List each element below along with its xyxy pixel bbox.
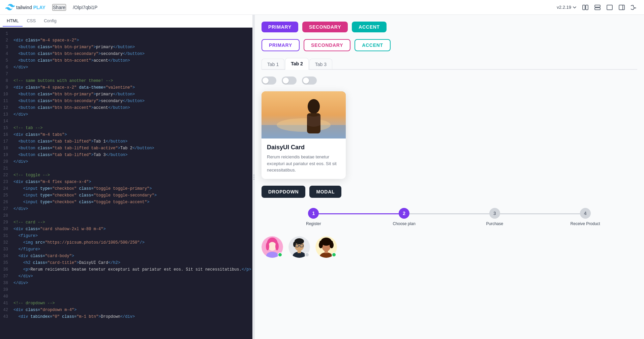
step-1: 1 Register [268, 208, 359, 226]
card-image [262, 91, 346, 138]
btn-outline-secondary[interactable]: SECONDARY [304, 39, 350, 51]
avatar-3-badge [332, 252, 336, 257]
svg-rect-2 [595, 5, 600, 7]
card-image-svg [262, 91, 346, 138]
step-4-label: Receive Product [571, 221, 600, 226]
svg-point-23 [293, 242, 296, 247]
dark-mode-icon[interactable] [629, 3, 639, 12]
logo-icon [5, 3, 15, 12]
toggle-secondary[interactable] [282, 76, 297, 85]
action-buttons-row: DROPDOWN MODAL [262, 186, 637, 198]
step-4: 4 Receive Product [540, 208, 631, 226]
step-3-circle: 3 [489, 208, 500, 219]
toggle-primary[interactable] [262, 76, 276, 85]
code-content[interactable]: <div class="m-4 space-x-2"> <button clas… [11, 28, 252, 339]
svg-point-17 [275, 242, 279, 250]
avatar-1-badge [278, 252, 282, 257]
avatar-2 [288, 236, 310, 258]
svg-point-9 [277, 118, 331, 132]
card-body: DaisyUI Card Rerum reiciendis beatae ten… [262, 138, 346, 179]
svg-point-16 [266, 242, 269, 250]
split-view-icon[interactable] [581, 3, 590, 12]
steps-row: 1 Register 2 Choose plan 3 Purchase 4 Re… [268, 208, 631, 226]
editor-panel: HTML CSS Config 1 2 3 4 5 6 7 8 9 10 11 … [0, 15, 253, 339]
svg-point-34 [319, 240, 325, 244]
svg-point-14 [268, 242, 276, 251]
svg-rect-3 [595, 8, 600, 10]
header-left: tailwind PLAY Share /OlpI7qbi1P [5, 3, 97, 12]
buttons-filled-row: PRIMARY SECONDARY ACCENT [262, 22, 637, 32]
logo-tailwind: tailwind [16, 5, 32, 10]
svg-rect-4 [607, 5, 612, 10]
modal-button[interactable]: MODAL [309, 186, 341, 198]
avatars-row [262, 236, 637, 258]
step-2-circle: 2 [399, 208, 409, 219]
step-4-circle: 4 [580, 208, 591, 219]
main-layout: HTML CSS Config 1 2 3 4 5 6 7 8 9 10 11 … [0, 15, 644, 339]
avatar-2-badge [305, 252, 309, 257]
chevron-down-icon [573, 5, 577, 9]
svg-point-10 [308, 99, 320, 114]
btn-outline-accent[interactable]: ACCENT [355, 39, 391, 51]
path-text: /OlpI7qbi1P [73, 5, 97, 10]
editor-tabs: HTML CSS Config [0, 15, 252, 28]
tab-1[interactable]: Tab 1 [262, 59, 284, 70]
step-1-label: Register [306, 221, 321, 226]
btn-primary[interactable]: PRIMARY [262, 22, 298, 32]
version-text: v2.2.19 [557, 5, 571, 10]
svg-point-35 [328, 240, 333, 244]
tab-2[interactable]: Tab 2 [285, 58, 309, 70]
app-header: tailwind PLAY Share /OlpI7qbi1P v2.2.19 [0, 0, 644, 15]
btn-secondary[interactable]: SECONDARY [302, 22, 348, 32]
step-3: 3 Purchase [450, 208, 540, 226]
logo-play: PLAY [33, 5, 45, 10]
header-icons [581, 3, 639, 12]
btn-accent[interactable]: ACCENT [352, 22, 387, 32]
horizontal-split-icon[interactable] [593, 3, 602, 12]
tabs-row: Tab 1 Tab 2 Tab 3 [262, 58, 637, 70]
svg-rect-0 [583, 5, 585, 10]
steps-container: 1 Register 2 Choose plan 3 Purchase 4 Re… [262, 205, 637, 229]
card-title: DaisyUI Card [267, 144, 340, 151]
buttons-outline-row: PRIMARY SECONDARY ACCENT [262, 39, 637, 51]
single-panel-icon[interactable] [605, 3, 614, 12]
version-selector[interactable]: v2.2.19 [557, 5, 577, 10]
header-right: v2.2.19 [557, 3, 639, 12]
svg-point-22 [295, 238, 304, 244]
toggles-row [262, 76, 637, 85]
tab-3[interactable]: Tab 3 [309, 59, 332, 70]
line-numbers: 1 2 3 4 5 6 7 8 9 10 11 12 13 14 15 16 1… [0, 28, 11, 339]
sidebar-icon[interactable] [617, 3, 626, 12]
avatar-3 [315, 236, 337, 258]
step-2-label: Choose plan [393, 221, 415, 226]
tab-html[interactable]: HTML [3, 16, 23, 27]
preview-card: DaisyUI Card Rerum reiciendis beatae ten… [262, 91, 346, 179]
dropdown-button[interactable]: DROPDOWN [262, 186, 305, 198]
btn-outline-primary[interactable]: PRIMARY [262, 39, 300, 51]
step-2: 2 Choose plan [359, 208, 450, 226]
svg-rect-1 [586, 5, 588, 10]
tab-css[interactable]: CSS [23, 16, 40, 27]
logo[interactable]: tailwind PLAY [5, 3, 45, 12]
tab-config[interactable]: Config [40, 16, 61, 27]
step-1-circle: 1 [308, 208, 319, 219]
toggle-accent[interactable] [302, 76, 317, 85]
avatar-1 [262, 236, 283, 258]
svg-rect-5 [619, 5, 624, 10]
step-3-label: Purchase [486, 221, 503, 226]
card-description: Rerum reiciendis beatae tenetur exceptur… [267, 154, 340, 174]
share-button[interactable]: Share [52, 4, 66, 11]
preview-panel: PRIMARY SECONDARY ACCENT PRIMARY SECONDA… [255, 15, 644, 339]
code-editor[interactable]: 1 2 3 4 5 6 7 8 9 10 11 12 13 14 15 16 1… [0, 28, 252, 339]
